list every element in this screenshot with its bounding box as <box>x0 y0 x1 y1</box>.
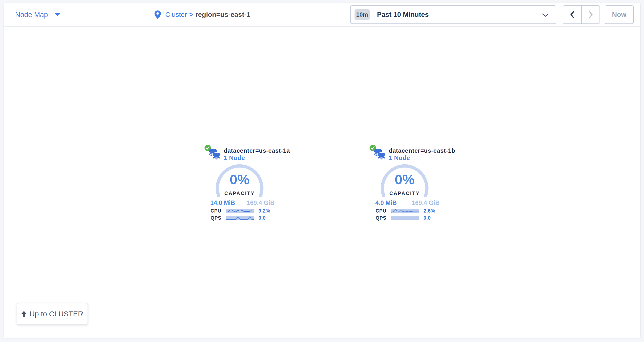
database-stack-icon <box>374 148 386 161</box>
metric-label: CPU <box>206 208 221 214</box>
cpu-sparkline <box>391 209 419 213</box>
node-map-screen: Node Map Cluster > region=us-east-1 10m … <box>0 0 644 342</box>
chevron-right-icon <box>588 10 594 19</box>
cpu-sparkline <box>226 209 254 213</box>
metric-row-qps: QPS 0.0 <box>370 215 444 221</box>
datacenter-title: datacenter=us-east-1b <box>389 147 455 154</box>
time-prev-button[interactable] <box>563 6 581 23</box>
view-selector-dropdown[interactable]: Node Map <box>15 3 60 26</box>
topbar-divider <box>338 5 338 24</box>
time-next-button[interactable] <box>581 6 600 23</box>
metric-label: QPS <box>370 215 386 221</box>
time-step-buttons <box>563 5 600 24</box>
capacity-used: 4.0 MiB <box>375 199 397 206</box>
capacity-used: 14.0 MiB <box>210 199 235 206</box>
datacenter-title: datacenter=us-east-1a <box>224 147 290 154</box>
metric-label: QPS <box>206 215 221 221</box>
capacity-total: 169.4 GiB <box>412 199 440 206</box>
view-selector-label: Node Map <box>15 11 48 19</box>
qps-sparkline <box>391 216 419 220</box>
metric-value: 9.2% <box>258 208 270 214</box>
datacenter-node-count: 1 Node <box>389 154 455 161</box>
chevron-down-icon <box>542 13 548 18</box>
qps-sparkline <box>226 216 254 220</box>
time-range-badge: 10m <box>354 9 370 20</box>
metric-row-qps: QPS 0.0 <box>206 215 279 221</box>
breadcrumb-link-cluster[interactable]: Cluster <box>165 11 187 18</box>
arrow-up-icon <box>21 311 27 317</box>
capacity-caption: CAPACITY <box>212 191 267 196</box>
top-bar: Node Map Cluster > region=us-east-1 10m … <box>4 3 640 27</box>
datacenter-header: datacenter=us-east-1b 1 Node <box>389 147 455 161</box>
datacenter-header: datacenter=us-east-1a 1 Node <box>224 147 290 161</box>
metric-value: 0.0 <box>258 215 266 221</box>
time-range-dropdown[interactable]: 10m Past 10 Minutes <box>350 5 556 24</box>
capacity-percent: 0% <box>378 172 431 187</box>
breadcrumb-current: region=us-east-1 <box>195 11 250 18</box>
capacity-caption: CAPACITY <box>377 191 432 196</box>
capacity-total: 169.4 GiB <box>247 199 274 206</box>
metric-row-cpu: CPU 2.6% <box>370 208 444 214</box>
datacenter-card-us-east-1b[interactable]: datacenter=us-east-1b 1 Node 0% CAPACITY… <box>370 145 444 224</box>
capacity-values-row: 14.0 MiB 169.4 GiB <box>210 199 274 206</box>
node-map-canvas: datacenter=us-east-1a 1 Node 0% CAPACITY… <box>4 27 640 338</box>
main-panel: Node Map Cluster > region=us-east-1 10m … <box>4 3 640 338</box>
up-to-cluster-button[interactable]: Up to CLUSTER <box>17 303 88 325</box>
capacity-values-row: 4.0 MiB 169.4 GiB <box>375 199 440 206</box>
breadcrumb: Cluster > region=us-east-1 <box>154 3 250 26</box>
database-stack-icon <box>209 148 220 161</box>
metric-value: 2.6% <box>424 208 435 214</box>
now-button[interactable]: Now <box>605 5 634 24</box>
breadcrumb-separator: > <box>189 11 193 18</box>
metric-value: 0.0 <box>424 215 430 221</box>
datacenter-card-us-east-1a[interactable]: datacenter=us-east-1a 1 Node 0% CAPACITY… <box>206 145 279 224</box>
up-to-cluster-label: Up to CLUSTER <box>29 310 83 318</box>
chevron-left-icon <box>569 10 576 19</box>
metric-label: CPU <box>370 208 386 214</box>
capacity-percent: 0% <box>214 172 266 187</box>
chevron-down-icon <box>55 13 60 16</box>
location-pin-icon <box>154 10 161 19</box>
metric-row-cpu: CPU 9.2% <box>206 208 279 214</box>
datacenter-node-count: 1 Node <box>224 154 290 161</box>
time-range-label: Past 10 Minutes <box>377 11 429 18</box>
